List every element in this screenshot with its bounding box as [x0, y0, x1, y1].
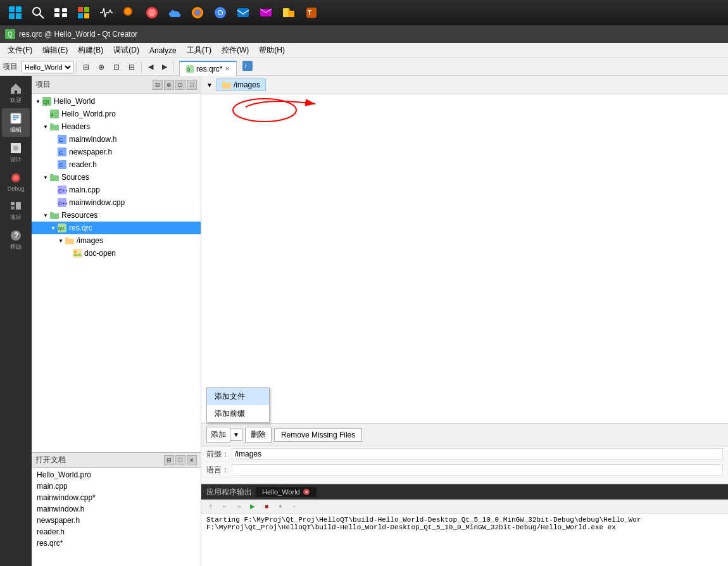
doc-item-5[interactable]: reader.h — [32, 526, 201, 538]
editor-tab-res-qrc[interactable]: Q res.qrc* ✕ — [179, 61, 237, 76]
header-file-icon2: C — [57, 147, 67, 157]
remove-missing-button[interactable]: Remove Missing Files — [274, 428, 362, 442]
tree-item-newspaper-h[interactable]: C newspaper.h — [32, 146, 201, 158]
resource-toolbar-container: 添加文件 添加前缀 添加 ▼ 删除 Remove Missing Files — [201, 423, 728, 446]
breadcrumb-item[interactable]: /images — [217, 79, 266, 91]
tree-item-res-qrc[interactable]: ▼ qrc res.qrc — [32, 222, 201, 234]
tree-item-sources[interactable]: ▼ Sources — [32, 171, 201, 184]
open-docs-expand-btn[interactable]: □ — [175, 455, 185, 465]
output-btn-upload[interactable]: ↑ — [205, 501, 217, 512]
menu-controls[interactable]: 控件(W) — [217, 44, 254, 57]
project-close-btn[interactable]: ⊡ — [175, 80, 185, 90]
design-icon — [9, 142, 22, 154]
menu-debug[interactable]: 调试(D) — [108, 44, 144, 57]
lang-input[interactable] — [232, 464, 723, 475]
delete-button[interactable]: 删除 — [245, 427, 272, 443]
doc-item-4[interactable]: newspaper.h — [32, 515, 201, 526]
menu-help[interactable]: 帮助(H) — [254, 44, 290, 57]
open-docs-close-btn[interactable]: ✕ — [187, 455, 197, 465]
svg-point-23 — [218, 11, 222, 15]
menu-build[interactable]: 构建(B) — [73, 44, 108, 57]
menu-file[interactable]: 文件(F) — [3, 44, 37, 57]
toolbar-forward-btn[interactable]: ▶ — [158, 61, 171, 72]
text-icon[interactable]: T — [301, 3, 322, 23]
dropdown-item-add-prefix[interactable]: 添加前缀 — [207, 405, 269, 422]
doc-item-6[interactable]: res.qrc* — [32, 538, 201, 549]
tree-item-hello-world[interactable]: ▼ Qt Hello_World — [32, 95, 201, 108]
output-btn-zoom-out[interactable]: - — [289, 501, 300, 512]
tree-item-mainwindow-h[interactable]: C mainwindow.h — [32, 133, 201, 146]
outlook-icon[interactable] — [233, 3, 253, 23]
toolbar-collapse-btn[interactable]: ⊟ — [125, 61, 139, 73]
doc-item-3[interactable]: mainwindow.h — [32, 503, 201, 515]
tree-label-hello-world: Hello_World — [54, 97, 95, 106]
menu-analyze[interactable]: Analyze — [144, 45, 182, 56]
start-button[interactable] — [5, 3, 25, 23]
photo-icon[interactable] — [142, 3, 162, 23]
output-tab-hello-world[interactable]: Hello_World ✕ — [256, 487, 317, 497]
breadcrumb-arrow: ▼ — [206, 82, 213, 89]
menu-tools[interactable]: 工具(T) — [182, 44, 217, 57]
resource-editor-content: ▼ /images — [201, 76, 728, 423]
output-btn-next[interactable]: → — [233, 501, 244, 512]
svg-text:✕: ✕ — [304, 489, 309, 495]
lang-label: 语言： — [206, 465, 232, 475]
tree-item-resources[interactable]: ▼ Resources — [32, 209, 201, 222]
content-area: 欢迎 编辑 设计 — [0, 76, 728, 566]
svg-rect-42 — [16, 202, 21, 210]
open-docs-filter-btn[interactable]: ⊟ — [164, 455, 174, 465]
tree-item-hello-world-pro[interactable]: p Hello_World.pro — [32, 108, 201, 120]
tab-close-btn[interactable]: ✕ — [225, 65, 230, 72]
project-pin-btn[interactable]: □ — [187, 80, 197, 90]
sidebar-item-debug[interactable]: Debug — [2, 168, 30, 194]
chrome-icon[interactable] — [210, 3, 230, 23]
firefox-icon[interactable] — [187, 3, 208, 23]
toolbar-back-btn[interactable]: ◀ — [144, 61, 157, 72]
project-selector[interactable]: Hello_World — [22, 61, 73, 73]
output-btn-zoom-in[interactable]: + — [275, 501, 286, 512]
menu-edit[interactable]: 编辑(E) — [37, 44, 73, 57]
project-sync-btn[interactable]: ⊕ — [164, 80, 174, 90]
task-view-icon[interactable] — [51, 3, 71, 23]
tree-item-images[interactable]: ▼ /images — [32, 234, 201, 247]
dropdown-item-add-file[interactable]: 添加文件 — [207, 388, 269, 405]
search-taskbar-icon[interactable] — [28, 3, 48, 23]
doc-item-1[interactable]: main.cpp — [32, 481, 201, 492]
prefix-input[interactable] — [232, 448, 723, 460]
output-btn-prev[interactable]: ← — [219, 501, 230, 512]
svg-text:qrc: qrc — [58, 226, 65, 231]
tree-item-headers[interactable]: ▼ Headers — [32, 120, 201, 133]
output-btn-run[interactable]: ▶ — [247, 501, 258, 512]
cpp-file-icon2: C++ — [57, 198, 67, 208]
email-icon[interactable] — [256, 3, 276, 23]
doc-item-2[interactable]: mainwindow.cpp* — [32, 492, 201, 503]
add-dropdown-arrow[interactable]: ▼ — [230, 429, 242, 441]
tree-item-reader-h[interactable]: C reader.h — [32, 158, 201, 171]
tree-item-main-cpp[interactable]: C++ main.cpp — [32, 184, 201, 196]
sidebar-item-help[interactable]: ? 帮助 — [2, 225, 30, 254]
output-section: 应用程序输出 Hello_World ✕ ↑ ← → ▶ ■ + - Sta — [201, 484, 728, 566]
tree-item-mainwindow-cpp[interactable]: C++ mainwindow.cpp — [32, 196, 201, 209]
qrc-file-icon: qrc — [57, 223, 67, 233]
tree-item-doc-open[interactable]: doc-open — [32, 247, 201, 260]
project-filter-btn[interactable]: ⊟ — [153, 80, 163, 90]
activity-icon[interactable] — [96, 3, 116, 23]
breadcrumb-area: ▼ /images — [201, 76, 728, 94]
cloud-icon[interactable] — [165, 3, 185, 23]
sidebar-item-project[interactable]: 项目 — [2, 196, 30, 224]
toolbar-link-btn[interactable]: ⊕ — [94, 61, 108, 73]
doc-item-0[interactable]: Hello_World.pro — [32, 469, 201, 481]
project-panel-title: 项目 — [35, 79, 51, 90]
files-icon[interactable] — [279, 3, 299, 23]
sidebar-item-edit[interactable]: 编辑 — [2, 108, 30, 137]
add-button[interactable]: 添加 — [206, 427, 230, 443]
output-btn-stop[interactable]: ■ — [261, 501, 272, 512]
sidebar-item-welcome[interactable]: 欢迎 — [2, 79, 30, 107]
store-icon[interactable] — [73, 3, 94, 23]
toolbar-filter-btn[interactable]: ⊟ — [79, 61, 93, 73]
prefix-label: 前缀： — [206, 449, 232, 460]
toolbar-expand-btn[interactable]: ⊡ — [110, 61, 123, 73]
sidebar-item-design[interactable]: 设计 — [2, 138, 30, 167]
search2-icon[interactable] — [119, 3, 139, 23]
svg-text:C: C — [59, 149, 63, 156]
